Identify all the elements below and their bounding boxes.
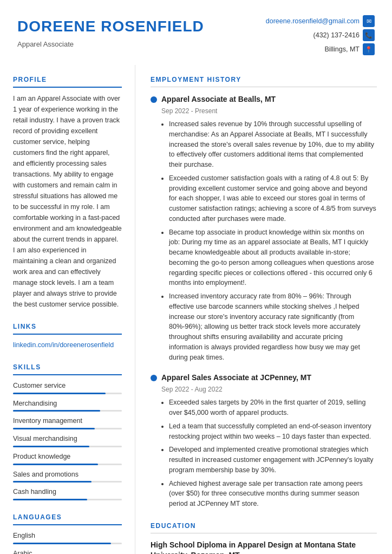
job-bullet: Exceeded customer satisfaction goals wit… xyxy=(169,173,377,224)
header-right: doreene.rosenfield@gmail.com ✉ (432) 137… xyxy=(266,15,375,55)
education-title: EDUCATION xyxy=(151,521,377,533)
skill-bar-fill xyxy=(13,499,87,500)
email-row: doreene.rosenfield@gmail.com ✉ xyxy=(266,15,375,27)
phone-row: (432) 137-2416 📞 xyxy=(313,29,375,41)
edu-entry: High School Diploma in Apparel Design at… xyxy=(151,540,377,554)
profile-section: PROFILE I am an Apparel Associate with o… xyxy=(13,75,122,310)
job-entry: Apparel Associate at Bealls, MT Sep 2022… xyxy=(151,94,377,362)
education-list: High School Diploma in Apparel Design at… xyxy=(151,540,377,554)
phone-icon: 📞 xyxy=(363,29,375,41)
skill-item: Inventory management xyxy=(13,416,122,429)
job-entry: Apparel Sales Associate at JCPenney, MT … xyxy=(151,372,377,509)
job-dates: Sep 2022 - Present xyxy=(161,106,377,116)
skill-label: Sales and promotions xyxy=(13,470,122,480)
job-dates: Sep 2022 - Aug 2022 xyxy=(161,384,377,394)
job-bullets-list: Exceeded sales targets by 20% in the fir… xyxy=(161,397,377,509)
skill-bar-fill xyxy=(13,464,98,465)
skill-item: Merchandising xyxy=(13,399,122,412)
skill-bar-bg xyxy=(13,410,122,412)
left-column: PROFILE I am an Apparel Associate with o… xyxy=(0,65,135,554)
skill-label: Visual merchandising xyxy=(13,434,122,444)
skill-label: Customer service xyxy=(13,381,122,391)
skill-label: Merchandising xyxy=(13,399,122,409)
right-column: EMPLOYMENT HISTORY Apparel Associate at … xyxy=(135,65,392,554)
job-bullet: Led a team that successfully completed a… xyxy=(169,421,377,442)
email-link[interactable]: doreene.rosenfield@gmail.com xyxy=(266,16,360,27)
phone-text: (432) 137-2416 xyxy=(313,30,360,41)
skill-bar-fill xyxy=(13,393,106,394)
language-label: Arabic xyxy=(13,549,122,554)
skills-list: Customer service Merchandising Inventory… xyxy=(13,381,122,500)
skills-section: SKILLS Customer service Merchandising In… xyxy=(13,362,122,500)
job-bullet: Exceeded sales targets by 20% in the fir… xyxy=(169,397,377,418)
employment-title: EMPLOYMENT HISTORY xyxy=(151,75,377,87)
languages-list: English Arabic xyxy=(13,531,122,554)
language-item: Arabic xyxy=(13,549,122,554)
skill-bar-bg xyxy=(13,428,122,429)
skill-label: Inventory management xyxy=(13,416,122,426)
resume-page: DOREENE ROSENFIELD Apparel Associate dor… xyxy=(0,0,392,554)
header: DOREENE ROSENFIELD Apparel Associate dor… xyxy=(0,0,392,65)
job-title: Apparel Associate at Bealls, MT xyxy=(161,94,276,105)
job-bullet: Increased inventory accuracy rate from 8… xyxy=(169,291,377,362)
languages-title: LANGUAGES xyxy=(13,512,122,525)
skill-bar-bg xyxy=(13,393,122,394)
job-title-row: Apparel Associate at Bealls, MT xyxy=(151,94,377,105)
body: PROFILE I am an Apparel Associate with o… xyxy=(0,65,392,554)
language-bar-fill xyxy=(13,543,111,544)
location-icon: 📍 xyxy=(363,43,375,55)
jobs-list: Apparel Associate at Bealls, MT Sep 2022… xyxy=(151,94,377,509)
skill-bar-fill xyxy=(13,428,95,429)
skill-bar-bg xyxy=(13,481,122,483)
location-row: Billings, MT 📍 xyxy=(324,43,375,55)
language-item: English xyxy=(13,531,122,544)
job-title-row: Apparel Sales Associate at JCPenney, MT xyxy=(151,372,377,383)
job-bullets-list: Increased sales revenue by 10% through s… xyxy=(161,119,377,362)
header-left: DOREENE ROSENFIELD Apparel Associate xyxy=(17,15,204,50)
profile-title: PROFILE xyxy=(13,75,122,88)
job-bullet: Achieved highest average sale per transa… xyxy=(169,479,377,509)
skill-bar-fill xyxy=(13,481,92,483)
edu-title: High School Diploma in Apparel Design at… xyxy=(151,540,377,554)
links-section: LINKS linkedin.com/in/doreenerosenfield xyxy=(13,322,122,350)
linkedin-link[interactable]: linkedin.com/in/doreenerosenfield xyxy=(13,340,122,350)
skill-label: Product knowledge xyxy=(13,452,122,462)
location-text: Billings, MT xyxy=(324,44,360,55)
language-bar-bg xyxy=(13,543,122,544)
profile-text: I am an Apparel Associate with over 1 ye… xyxy=(13,93,122,310)
skill-item: Customer service xyxy=(13,381,122,394)
languages-section: LANGUAGES English Arabic xyxy=(13,512,122,554)
job-bullet: Increased sales revenue by 10% through s… xyxy=(169,119,377,170)
education-section: EDUCATION High School Diploma in Apparel… xyxy=(151,521,377,554)
skill-label: Cash handling xyxy=(13,487,122,497)
skill-item: Cash handling xyxy=(13,487,122,500)
skill-bar-fill xyxy=(13,410,100,412)
job-bullet: Became top associate in product knowledg… xyxy=(169,227,377,289)
skill-item: Product knowledge xyxy=(13,452,122,465)
skill-item: Visual merchandising xyxy=(13,434,122,447)
candidate-name: DOREENE ROSENFIELD xyxy=(17,15,204,38)
job-dot xyxy=(151,375,157,381)
skill-item: Sales and promotions xyxy=(13,470,122,483)
candidate-title: Apparel Associate xyxy=(17,39,204,50)
links-title: LINKS xyxy=(13,322,122,335)
skill-bar-bg xyxy=(13,446,122,447)
skill-bar-fill xyxy=(13,446,89,447)
job-bullet: Developed and implemented creative promo… xyxy=(169,445,377,475)
job-title: Apparel Sales Associate at JCPenney, MT xyxy=(161,372,311,383)
language-label: English xyxy=(13,531,122,541)
skill-bar-bg xyxy=(13,499,122,500)
job-dot xyxy=(151,96,157,103)
employment-section: EMPLOYMENT HISTORY Apparel Associate at … xyxy=(151,75,377,509)
skill-bar-bg xyxy=(13,464,122,465)
email-icon: ✉ xyxy=(363,15,375,27)
skills-title: SKILLS xyxy=(13,362,122,375)
